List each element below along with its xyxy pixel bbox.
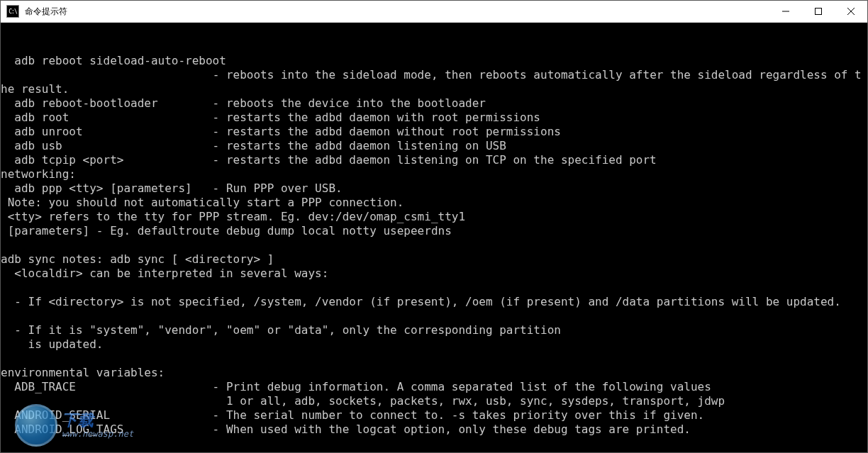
terminal[interactable]: adb reboot sideload-auto-reboot - reboot…	[1, 23, 867, 452]
svg-rect-0	[816, 9, 822, 15]
close-button[interactable]	[835, 1, 867, 22]
window-controls	[769, 1, 867, 22]
window: C:\ 命令提示符 adb reboot sideload-auto-reboo…	[0, 0, 868, 453]
titlebar[interactable]: C:\ 命令提示符	[1, 1, 867, 23]
maximize-button[interactable]	[802, 1, 835, 22]
terminal-prompt: C:\Users\Acky>	[1, 451, 96, 452]
window-title: 命令提示符	[23, 6, 769, 18]
maximize-icon	[815, 8, 822, 15]
minimize-icon	[782, 8, 789, 15]
minimize-button[interactable]	[769, 1, 802, 22]
terminal-output: adb reboot sideload-auto-reboot - reboot…	[1, 54, 867, 452]
app-icon: C:\	[6, 5, 19, 18]
app-icon-glyph: C:\	[9, 9, 16, 15]
close-icon	[847, 8, 855, 15]
